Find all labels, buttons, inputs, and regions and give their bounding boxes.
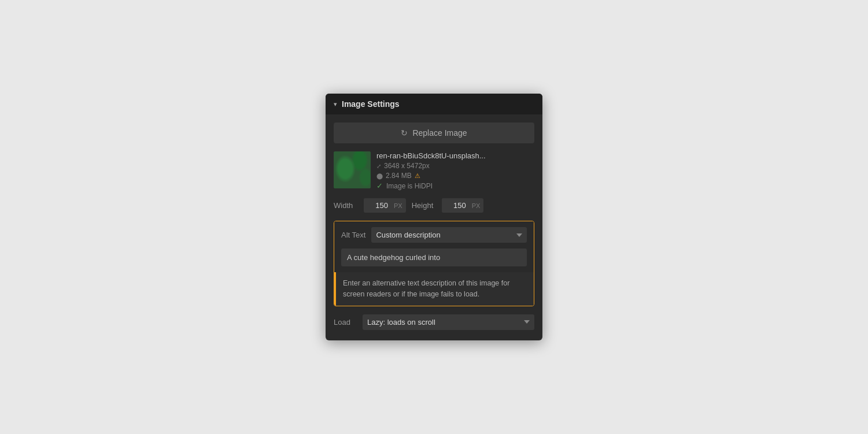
dimensions-inputs-row: Width PX Height PX [334, 198, 534, 213]
replace-image-button[interactable]: ↻ Replace Image [334, 123, 534, 143]
width-label: Width [334, 201, 358, 210]
height-input[interactable] [442, 198, 471, 213]
alt-text-input[interactable] [341, 248, 527, 266]
panel-header: ▾ Image Settings [326, 94, 542, 114]
width-input[interactable] [364, 198, 393, 213]
image-settings-panel: ▾ Image Settings ↻ Replace Image ren-ran… [326, 94, 542, 340]
hidpi-row: ✓ Image is HiDPI [376, 181, 534, 190]
alt-text-hint: Enter an alternative text description of… [334, 272, 534, 306]
alt-text-label: Alt Text [341, 231, 365, 239]
image-info-row: ren-ran-bBiuSdck8tU-unsplash... ⤢ 3648 x… [334, 151, 534, 190]
replace-button-label: Replace Image [412, 128, 467, 138]
filesize-row: ⬤ 2.84 MB ⚠ [376, 172, 534, 180]
file-icon: ⬤ [376, 173, 383, 179]
alt-text-header: Alt Text Custom description None Auto-ge… [334, 221, 534, 248]
panel-body: ↻ Replace Image ren-ran-bBiuSdck8tU-unsp… [326, 114, 542, 340]
warning-icon: ⚠ [415, 172, 420, 180]
height-unit: PX [471, 199, 484, 212]
panel-title: Image Settings [342, 99, 400, 109]
image-filename: ren-ran-bBiuSdck8tU-unsplash... [376, 151, 534, 160]
height-input-group: PX [442, 198, 484, 213]
width-input-group: PX [364, 198, 406, 213]
check-icon: ✓ [376, 181, 383, 190]
alt-text-select[interactable]: Custom description None Auto-generate [371, 227, 527, 243]
image-details: ren-ran-bBiuSdck8tU-unsplash... ⤢ 3648 x… [376, 151, 534, 190]
alt-text-input-wrap [334, 248, 534, 272]
load-select[interactable]: Lazy: loads on scroll Eager: loads immed… [363, 314, 534, 330]
width-unit: PX [393, 199, 406, 212]
replace-icon: ↻ [401, 128, 408, 138]
resize-icon: ⤢ [376, 163, 381, 169]
alt-text-section: Alt Text Custom description None Auto-ge… [334, 221, 534, 306]
dimensions-row: ⤢ 3648 x 5472px [376, 162, 534, 170]
height-label: Height [412, 201, 436, 210]
load-row: Load Lazy: loads on scroll Eager: loads … [334, 314, 534, 332]
image-thumbnail [334, 151, 371, 188]
hidpi-label: Image is HiDPI [386, 182, 433, 190]
chevron-icon: ▾ [334, 101, 337, 108]
image-dimensions: 3648 x 5472px [384, 162, 430, 170]
load-label: Load [334, 318, 357, 327]
image-filesize: 2.84 MB [386, 172, 412, 180]
